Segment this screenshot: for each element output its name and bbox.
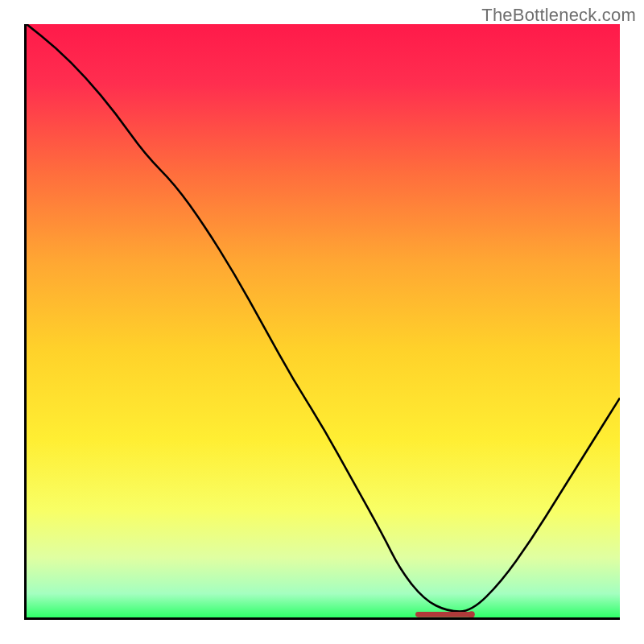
chart-canvas: TheBottleneck.com [0, 0, 644, 644]
svg-point-2 [469, 611, 475, 617]
plot-area [24, 24, 620, 620]
watermark-text: TheBottleneck.com [481, 5, 636, 26]
optimal-range-marker [27, 24, 620, 617]
